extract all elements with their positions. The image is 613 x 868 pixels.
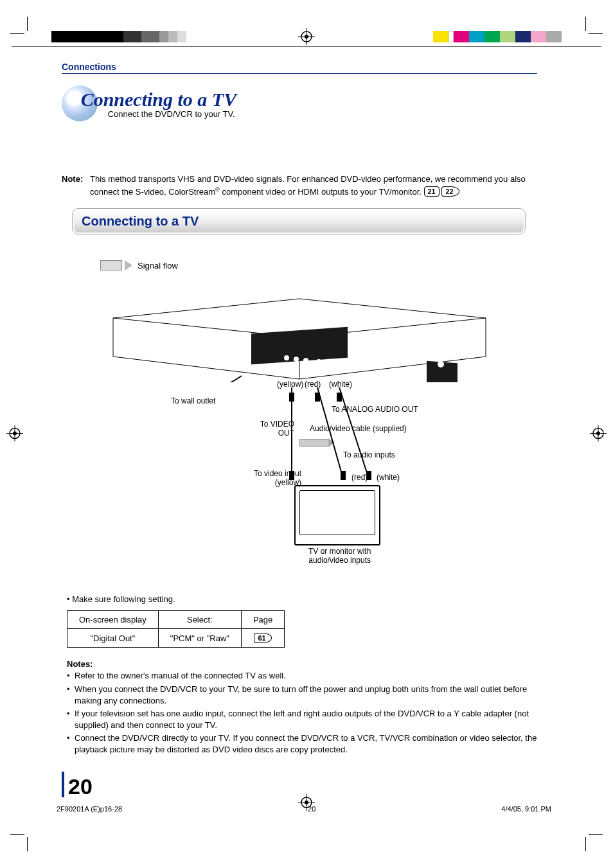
table-header: Page — [241, 611, 284, 629]
page-subtitle: Connect the DVD/VCR to your TV. — [108, 109, 237, 119]
registration-mark-right — [590, 425, 607, 443]
signal-flow-legend: Signal flow — [100, 260, 178, 270]
svg-point-20 — [294, 368, 299, 373]
dvd-vcr-rear-view — [107, 279, 492, 382]
footer-file: 2F90201A (E)p16-28 — [57, 805, 122, 813]
registered-mark: ® — [215, 186, 220, 193]
content-area: Connections Connecting to a TV Connect t… — [62, 62, 537, 757]
table-cell: "Digital Out" — [67, 629, 159, 648]
crop-mark — [13, 19, 32, 39]
tv-caption: TV or monitor withaudio/video inputs — [308, 547, 371, 565]
registration-mark-bottom — [298, 794, 315, 813]
list-item: If your television set has one audio inp… — [67, 708, 537, 731]
crop-mark — [13, 829, 32, 849]
page-reference: 22 — [441, 186, 459, 197]
section-label: Connections — [62, 62, 537, 72]
page-number-block: 20 — [62, 772, 93, 797]
table-cell: 61 — [241, 629, 284, 648]
page-title: Connecting to a TV — [81, 89, 237, 111]
registration-mark-top — [298, 28, 315, 45]
table-cell: "PCM" or "Raw" — [158, 629, 241, 648]
footer-date: 4/4/05, 9:01 PM — [501, 805, 551, 813]
connection-diagram: Signal flow — [87, 254, 511, 575]
svg-point-17 — [294, 357, 299, 362]
list-item: Refer to the owner's manual of the conne… — [67, 670, 537, 682]
table-header: Select: — [158, 611, 241, 629]
svg-point-18 — [303, 358, 308, 363]
svg-point-25 — [438, 361, 444, 368]
svg-rect-33 — [341, 471, 346, 480]
setting-instruction: • Make sure following setting. — [67, 594, 537, 604]
svg-point-19 — [284, 367, 289, 372]
svg-point-24 — [438, 348, 444, 355]
table-header: On-screen display — [67, 611, 159, 629]
svg-point-16 — [284, 355, 289, 360]
step-wedge-black — [51, 31, 186, 42]
label-to-wall-outlet: To wall outlet — [171, 396, 215, 405]
note-text: This method transports VHS and DVD-video… — [90, 173, 537, 198]
svg-point-22 — [316, 359, 321, 364]
note-label: Note: — [62, 173, 90, 198]
svg-line-28 — [339, 387, 369, 479]
crop-mark — [581, 19, 600, 39]
page-title-block: Connecting to a TV Connect the DVD/VCR t… — [62, 85, 537, 121]
manual-page: Connections Connecting to a TV Connect t… — [0, 0, 613, 868]
color-bar — [433, 31, 562, 42]
svg-point-23 — [326, 360, 331, 366]
crop-mark — [581, 829, 600, 849]
svg-point-21 — [303, 369, 308, 375]
cable-lines — [280, 376, 383, 492]
procedure-heading-bar: Connecting to a TV — [72, 208, 526, 235]
page-reference: 61 — [254, 633, 271, 643]
notes-heading: Notes: — [67, 659, 537, 669]
notes-list: Refer to the owner's manual of the conne… — [67, 670, 537, 756]
list-item: When you connect the DVD/VCR to your TV,… — [67, 684, 537, 707]
signal-flow-label: Signal flow — [138, 261, 178, 270]
settings-table: On-screen display Select: Page "Digital … — [67, 610, 285, 648]
registration-mark-left — [6, 425, 23, 443]
page-reference: 21 — [424, 186, 440, 197]
svg-rect-29 — [289, 393, 294, 402]
svg-rect-34 — [366, 471, 371, 480]
table-row: "Digital Out" "PCM" or "Raw" 61 — [67, 629, 285, 648]
note-block: Note: This method transports VHS and DVD… — [62, 173, 537, 198]
page-number: 20 — [68, 775, 93, 797]
section-rule — [62, 73, 537, 74]
list-item: Connect the DVD/VCR directly to your TV.… — [67, 732, 537, 756]
tv-monitor-icon — [294, 485, 380, 545]
svg-rect-32 — [289, 471, 294, 480]
svg-rect-31 — [337, 393, 342, 402]
note-text-post: component video or HDMI outputs to your … — [220, 187, 424, 197]
procedure-heading: Connecting to a TV — [82, 214, 199, 228]
svg-rect-30 — [315, 393, 320, 402]
top-rule — [12, 46, 601, 47]
table-row: On-screen display Select: Page — [67, 611, 285, 629]
